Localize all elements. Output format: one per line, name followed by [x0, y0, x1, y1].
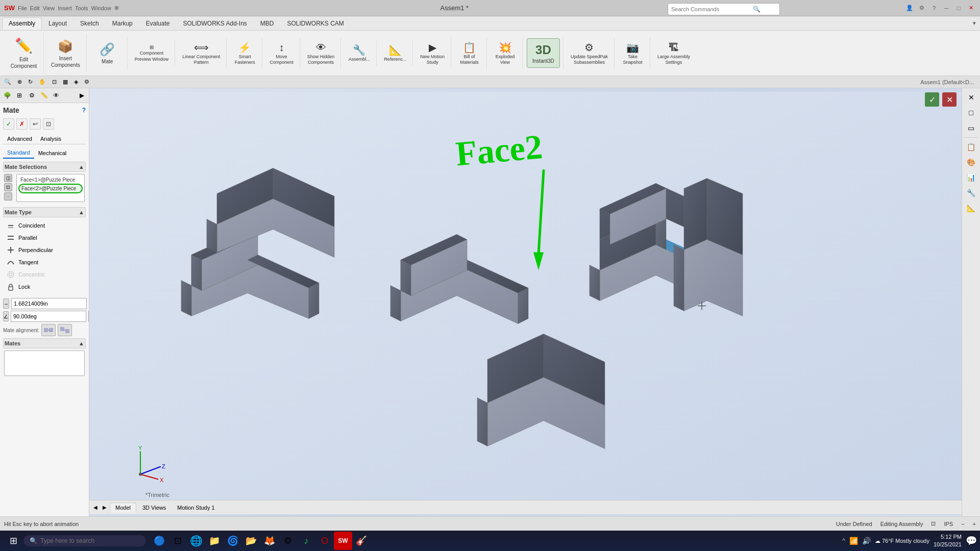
view-btn-2[interactable]: □ [964, 106, 978, 120]
taskbar-store[interactable]: 🌀 [224, 532, 242, 550]
taskbar-spotify[interactable]: ♪ [297, 532, 315, 550]
tab-solidworks-cam[interactable]: SOLIDWORKS CAM [281, 17, 351, 30]
tray-network[interactable]: 📶 [849, 537, 858, 545]
status-plus[interactable]: + [973, 521, 976, 527]
menu-window[interactable]: Window [91, 5, 111, 11]
taskbar-solidworks[interactable]: SW [334, 532, 352, 550]
mate-help-icon[interactable]: ? [82, 107, 86, 114]
close-button[interactable]: ✕ [966, 3, 976, 13]
view-btn-7[interactable]: 🔧 [964, 186, 978, 200]
component-preview-button[interactable]: ⊞ ComponentPreview Window [132, 42, 172, 64]
viewport[interactable]: Face2 Z Y X *Trimetric ✕ □ ▭ [89, 88, 980, 518]
rotate-icon[interactable]: ↻ [26, 78, 35, 86]
taskbar-explorer[interactable]: 📁 [205, 532, 224, 550]
minimize-button[interactable]: ─ [941, 3, 951, 13]
taskbar-office[interactable]: O [315, 532, 334, 550]
settings-icon[interactable]: ⚙ [917, 3, 927, 13]
taskbar-settings[interactable]: ⚙ [279, 532, 297, 550]
linear-pattern-button[interactable]: ⟺ Linear ComponentPattern [179, 39, 223, 68]
tab-advanced[interactable]: Advanced [3, 134, 36, 144]
tab-motion-study[interactable]: Motion Study 1 [172, 503, 219, 512]
tab-analysis[interactable]: Analysis [36, 134, 65, 144]
mates-header[interactable]: Mates ▲ [3, 338, 86, 348]
taskbar-firefox[interactable]: 🦊 [260, 532, 279, 550]
tab-mbd[interactable]: MBD [254, 17, 281, 30]
status-minus[interactable]: − [961, 521, 964, 527]
angle-up[interactable]: ▲ [88, 311, 89, 316]
bill-of-materials-button[interactable]: 📋 Bill ofMaterials [455, 39, 483, 68]
mate-type-header[interactable]: Mate Type ▲ [3, 207, 86, 217]
section-view-icon[interactable]: ▦ [61, 78, 70, 86]
angle-input[interactable] [11, 311, 86, 322]
taskbar-mail[interactable]: 📂 [242, 532, 260, 550]
menu-insert[interactable]: Insert [58, 5, 72, 11]
mate-confirm-button[interactable]: ✓ [3, 118, 14, 130]
large-assembly-settings-button[interactable]: 🏗 Large AssemblySettings [654, 39, 693, 68]
distance-input[interactable] [11, 298, 87, 309]
mate-undo-button[interactable]: ↩ [30, 118, 41, 130]
tab-mechanical[interactable]: Mechanical [34, 147, 71, 159]
exploded-view-button[interactable]: 💥 ExplodedView [491, 39, 519, 68]
taskbar-cortana[interactable]: 🔵 [150, 532, 168, 550]
mate-type-lock[interactable]: Lock [4, 281, 85, 293]
taskbar-task-view[interactable]: ⊡ [168, 532, 187, 550]
ribbon-options[interactable]: ▾ [971, 18, 978, 29]
take-snapshot-button[interactable]: 📷 TakeSnapshot [619, 39, 647, 68]
view-btn-3[interactable]: ▭ [964, 121, 978, 135]
view-btn-1[interactable]: ✕ [964, 90, 978, 105]
view-btn-8[interactable]: 📐 [964, 201, 978, 215]
search-input[interactable] [671, 6, 753, 12]
tab-markup[interactable]: Markup [106, 17, 139, 30]
taskbar-clock[interactable]: 5:12 PM 10/25/2021 [934, 533, 962, 549]
panel-tab-configuration[interactable]: ⚙ [26, 90, 37, 101]
tab-sketch[interactable]: Sketch [74, 17, 106, 30]
taskbar-edge[interactable]: 🌐 [187, 532, 205, 550]
mate-button[interactable]: 🔗 Mate [91, 38, 124, 68]
taskbar-search[interactable]: 🔍 [23, 535, 146, 546]
fit-icon[interactable]: ⊡ [50, 78, 59, 86]
mate-cancel-button[interactable]: ✗ [16, 118, 28, 130]
menu-view[interactable]: View [43, 5, 55, 11]
taskbar-app2[interactable]: 🎸 [352, 532, 371, 550]
mate-type-perpendicular[interactable]: Perpendicular [4, 244, 85, 256]
tray-volume[interactable]: 🔊 [862, 537, 871, 545]
tray-arrow[interactable]: ^ [842, 537, 845, 544]
mate-type-coincident[interactable]: Coincident [4, 219, 85, 232]
tab-3d-views[interactable]: 3D Views [137, 503, 171, 512]
display-style-icon[interactable]: ◈ [72, 78, 80, 86]
angle-down[interactable]: ▼ [88, 316, 89, 322]
mate-options-button[interactable]: ⊡ [43, 118, 54, 130]
view-btn-4[interactable]: 📋 [964, 140, 978, 154]
pan-icon[interactable]: ✋ [37, 78, 48, 86]
panel-expand-icon[interactable]: ▶ [76, 90, 87, 101]
menu-edit[interactable]: Edit [30, 5, 40, 11]
mate-type-parallel[interactable]: Parallel [4, 232, 85, 244]
help-icon[interactable]: ? [929, 3, 939, 13]
panel-tab-dimxpert[interactable]: 📏 [38, 90, 50, 101]
update-speedpak-button[interactable]: ⚙ Update SpeedPakSubassemblies [568, 39, 611, 68]
tab-model[interactable]: Model [110, 503, 136, 513]
instant3d-button[interactable]: 3D Instant3D [527, 38, 560, 68]
tab-assembly[interactable]: Assembly [2, 17, 42, 30]
menu-more[interactable]: ⊕ [114, 5, 119, 11]
mate-selections-collapse[interactable]: ▲ [79, 164, 84, 170]
new-motion-study-button[interactable]: ▶ New MotionStudy [417, 39, 448, 68]
move-component-button[interactable]: ↕ MoveComponent [266, 39, 297, 68]
view-btn-6[interactable]: 📊 [964, 170, 978, 185]
zoom-icon[interactable]: ⊕ [15, 78, 24, 86]
panel-tab-propertymanager[interactable]: ⊞ [14, 90, 25, 101]
face-select-icon[interactable]: ◫ [4, 174, 12, 182]
insert-components-button[interactable]: 📦 InsertComponents [48, 35, 83, 71]
mates-collapse[interactable]: ▲ [79, 340, 84, 346]
tab-nav-right[interactable]: ▶ [101, 504, 109, 512]
assembly-button[interactable]: 🔧 Assembl... [345, 41, 373, 65]
tab-nav-left[interactable]: ◀ [91, 504, 100, 512]
view-tools-icon[interactable]: 🔍 [2, 78, 13, 86]
start-button[interactable]: ⊞ [3, 533, 23, 549]
search-bar[interactable]: 🔍 [668, 3, 780, 15]
panel-tab-display[interactable]: 👁 [51, 90, 62, 101]
tab-layout[interactable]: Layout [42, 17, 74, 30]
mate-type-tangent[interactable]: Tangent [4, 256, 85, 268]
viewport-cancel-button[interactable]: ✕ [942, 92, 957, 107]
panel-tab-featuremanager[interactable]: 🌳 [2, 90, 13, 101]
